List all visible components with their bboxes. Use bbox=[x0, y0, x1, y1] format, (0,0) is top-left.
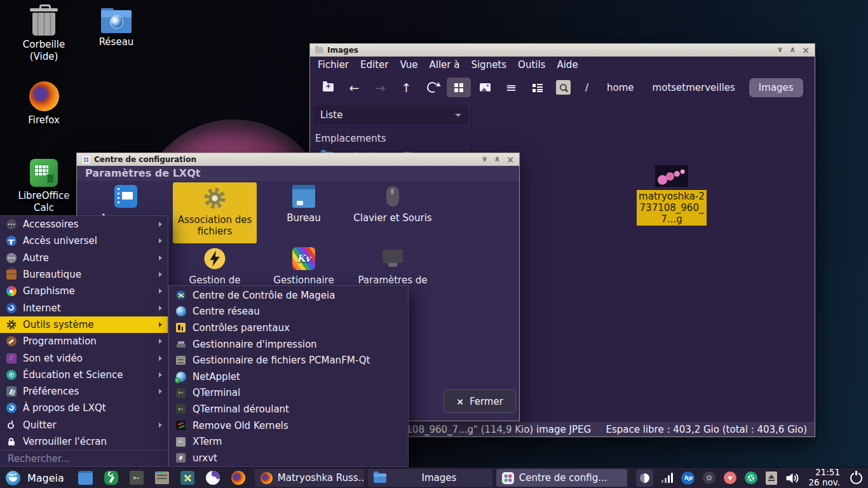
menu-aide[interactable]: Aide bbox=[557, 59, 578, 71]
submenu-item-gestionnaire-impression[interactable]: Gestionnaire d'impression bbox=[169, 336, 408, 353]
tile-association-fichiers[interactable]: Association des fichiers bbox=[173, 182, 257, 243]
submenu-item-netapplet[interactable]: NetApplet bbox=[169, 369, 408, 385]
menu-item-accessoires[interactable]: Accessoires bbox=[0, 216, 168, 233]
menu-item-acces-universel[interactable]: Accès universel bbox=[0, 233, 168, 249]
eject-removable-media-icon[interactable] bbox=[766, 471, 777, 485]
submenu-item-remove-old-kernels[interactable]: Remove Old Kernels bbox=[169, 417, 408, 434]
color-temperature-icon[interactable] bbox=[636, 470, 653, 487]
disc-icon[interactable] bbox=[703, 471, 715, 484]
close-icon[interactable] bbox=[802, 46, 810, 55]
quicklaunch-desktop[interactable] bbox=[73, 471, 98, 485]
menu-outils[interactable]: Outils bbox=[518, 59, 545, 71]
file-name-line1: matryoshka-2 bbox=[639, 191, 705, 202]
maximize-icon[interactable] bbox=[494, 155, 501, 164]
submenu-item-centre-reseau[interactable]: Centre réseau bbox=[169, 304, 408, 320]
quicklaunch-terminal[interactable] bbox=[124, 471, 149, 485]
minimize-icon[interactable] bbox=[777, 46, 783, 55]
menu-aller-a[interactable]: Aller à bbox=[429, 59, 459, 71]
task-images-folder[interactable]: Images bbox=[368, 469, 492, 487]
task-matryoshka-firefox[interactable]: Matryoshka Russ... bbox=[255, 469, 364, 487]
power-icon[interactable] bbox=[850, 472, 862, 484]
cc-titlebar[interactable]: Centre de configuration bbox=[77, 153, 519, 166]
hp-printer-icon[interactable] bbox=[681, 471, 695, 485]
fermer-button[interactable]: × Fermer bbox=[444, 390, 516, 413]
tile-gestion-energie[interactable]: Gestion de bbox=[173, 247, 257, 286]
menu-item-preferences[interactable]: Préférences bbox=[0, 383, 168, 400]
menu-item-a-propos-lxqt[interactable]: À propos de LXQt bbox=[0, 400, 168, 416]
up-button[interactable]: ↑ bbox=[393, 81, 419, 95]
submenu-item-mageia-cc[interactable]: Centre de Contrôle de Mageia bbox=[169, 287, 408, 304]
desktop-icon-network[interactable]: Réseau bbox=[81, 6, 152, 48]
menu-item-label: Internet bbox=[23, 302, 61, 314]
submenu-item-pcmanfm[interactable]: Gestionnaire de fichiers PCManFM-Qt bbox=[169, 352, 408, 369]
parental-controls-icon bbox=[176, 323, 186, 332]
quicklaunch-file-manager[interactable] bbox=[149, 471, 175, 484]
screenshot-shutter-icon[interactable] bbox=[745, 471, 757, 484]
breadcrumb-images-active[interactable]: Images bbox=[749, 78, 803, 97]
tile-kvantum[interactable]: Gestionnaire bbox=[262, 247, 346, 286]
list-view-button[interactable]: ≡ bbox=[498, 80, 524, 95]
close-icon[interactable] bbox=[506, 155, 514, 164]
music-note-icon bbox=[6, 353, 17, 363]
submenu-item-qterminal-deroulant[interactable]: QTerminal déroulant bbox=[169, 401, 408, 417]
desktop-icon-trash[interactable]: Corbeille (Vide) bbox=[8, 6, 79, 63]
start-menu-button[interactable]: Mageia bbox=[3, 468, 73, 488]
menu-item-programmation[interactable]: Programmation bbox=[0, 333, 168, 349]
tile-clavier-souris[interactable]: Clavier et Souris bbox=[351, 185, 435, 224]
folder-icon bbox=[315, 47, 323, 53]
menu-item-verrouiller-ecran[interactable]: Verrouiller l'écran bbox=[0, 433, 168, 450]
quicklaunch-falkon[interactable] bbox=[200, 471, 226, 485]
breadcrumb-root[interactable]: / bbox=[585, 82, 588, 93]
sidebar-view-selector[interactable]: Liste bbox=[313, 105, 468, 125]
thumbnail-view-button[interactable] bbox=[472, 83, 498, 92]
menu-item-internet[interactable]: Internet bbox=[0, 299, 168, 316]
updates-icon[interactable] bbox=[724, 471, 736, 484]
menu-item-education-science[interactable]: Éducation et Science bbox=[0, 367, 168, 383]
breadcrumb-home[interactable]: home bbox=[607, 82, 634, 93]
menu-editer[interactable]: Editer bbox=[360, 59, 388, 71]
detailed-list-button[interactable] bbox=[524, 83, 550, 92]
desktop-icon-firefox[interactable]: Firefox bbox=[8, 81, 79, 126]
submenu-item-qterminal[interactable]: QTerminal bbox=[169, 385, 408, 402]
refresh-button[interactable] bbox=[419, 82, 445, 93]
fm-titlebar[interactable]: Images bbox=[310, 44, 815, 57]
task-config-center[interactable]: Centre de config... bbox=[496, 469, 627, 487]
desktop-icon-localc[interactable]: LibreOffice Calc bbox=[8, 159, 79, 214]
menu-search-input[interactable]: Rechercher... bbox=[0, 450, 168, 466]
menu-item-graphisme[interactable]: Graphisme bbox=[0, 283, 168, 299]
search-button[interactable] bbox=[556, 80, 571, 95]
menu-signets[interactable]: Signets bbox=[471, 59, 506, 71]
quicklaunch-firefox[interactable] bbox=[226, 471, 251, 485]
quicklaunch-mageia-tools[interactable] bbox=[175, 471, 200, 485]
file-item-matryoshka[interactable]: matryoshka-2 737108_960_ 7...g bbox=[637, 165, 707, 226]
tile-bureau[interactable]: Bureau bbox=[262, 185, 346, 224]
breadcrumb-user[interactable]: motsetmerveilles bbox=[653, 82, 735, 93]
menu-item-outils-systeme[interactable]: Outils système bbox=[0, 316, 168, 333]
forward-button[interactable]: → bbox=[367, 81, 393, 95]
maximize-icon[interactable] bbox=[790, 46, 796, 55]
menu-item-label: Autre bbox=[23, 252, 49, 264]
volume-icon[interactable] bbox=[785, 472, 800, 484]
quicklaunch-package-manager[interactable] bbox=[98, 471, 124, 485]
new-tab-button[interactable] bbox=[315, 83, 341, 92]
menu-item-autre[interactable]: Autre bbox=[0, 250, 168, 266]
back-button[interactable]: ← bbox=[341, 81, 367, 95]
menu-item-bureautique[interactable]: Bureautique bbox=[0, 266, 168, 283]
network-signal-icon[interactable] bbox=[661, 473, 673, 483]
taskbar-clock[interactable]: 21:51 26 nov. bbox=[808, 468, 840, 487]
icon-view-button[interactable] bbox=[447, 78, 471, 97]
fm-file-area[interactable]: matryoshka-2 737108_960_ 7...g bbox=[472, 102, 815, 422]
tile-parametres-affichage[interactable]: Paramètres de bbox=[351, 247, 435, 286]
printer-icon bbox=[176, 340, 186, 349]
minimize-icon[interactable] bbox=[482, 155, 488, 164]
menu-vue[interactable]: Vue bbox=[400, 59, 417, 71]
menu-item-son-video[interactable]: Son et vidéo bbox=[0, 349, 168, 366]
submenu-item-controles-parentaux[interactable]: Contrôles parentaux bbox=[169, 320, 408, 336]
menu-fichier[interactable]: Fichier bbox=[318, 59, 349, 71]
netapplet-globe-icon bbox=[176, 372, 186, 382]
close-icon: × bbox=[456, 396, 464, 407]
submenu-item-urxvt[interactable]: urxvt bbox=[169, 450, 408, 466]
menu-item-quitter[interactable]: Quitter bbox=[0, 417, 168, 433]
submenu-item-xterm[interactable]: XTerm bbox=[169, 433, 408, 450]
cc-window-title: Centre de configuration bbox=[94, 155, 196, 164]
